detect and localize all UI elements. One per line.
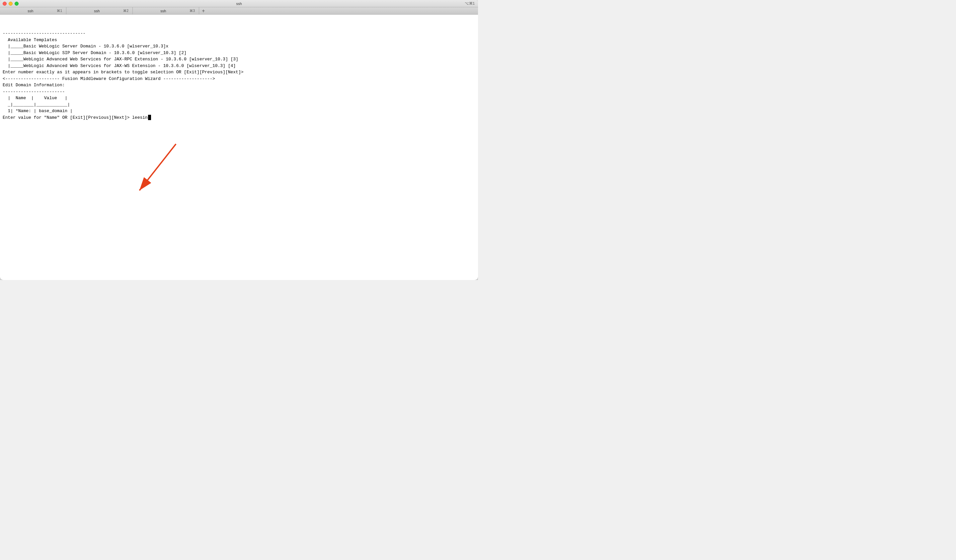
terminal-line: _|________|____________| <box>2 102 476 108</box>
terminal-content[interactable]: -------------------------------- Availab… <box>0 14 478 124</box>
terminal-line: |_____WebLogic Advanced Web Services for… <box>2 56 476 63</box>
titlebar-shortcut: ⌥⌘1 <box>465 2 475 6</box>
window-title: ssh <box>236 2 242 6</box>
minimize-button[interactable] <box>9 2 13 6</box>
terminal-line: Available Templates <box>2 37 476 44</box>
tab-2-shortcut: ⌘2 <box>123 9 129 13</box>
maximize-button[interactable] <box>14 2 19 6</box>
tab-1-shortcut: ⌘1 <box>57 9 62 13</box>
terminal-line: |_____Basic WebLogic SIP Server Domain -… <box>2 50 476 56</box>
terminal-cursor <box>148 115 151 120</box>
tab-1[interactable]: ssh ⌘1 <box>0 7 66 14</box>
tab-3[interactable]: ssh ⌘3 <box>133 7 199 14</box>
terminal-line: <--------------------- Fusion Middleware… <box>2 76 476 82</box>
add-tab-button[interactable]: + <box>199 7 208 14</box>
terminal-line: -------------------------------- <box>2 30 476 37</box>
terminal-line: |_____WebLogic Advanced Web Services for… <box>2 63 476 69</box>
tab-2[interactable]: ssh ⌘2 <box>66 7 133 14</box>
tab-3-shortcut: ⌘3 <box>190 9 195 13</box>
terminal-line: 1| *Name: | base_domain | <box>2 108 476 115</box>
terminal-line: |_____Basic WebLogic Server Domain - 10.… <box>2 43 476 50</box>
terminal-line: Enter value for "Name" OR [Exit][Previou… <box>2 115 476 121</box>
svg-line-1 <box>140 144 176 190</box>
terminal-window: ssh ⌥⌘1 ssh ⌘1 ssh ⌘2 ssh ⌘3 + ---------… <box>0 0 478 280</box>
terminal-line: ------------------------ <box>2 89 476 95</box>
tabbar: ssh ⌘1 ssh ⌘2 ssh ⌘3 + <box>0 7 478 14</box>
tab-2-label: ssh <box>71 9 123 13</box>
terminal-line: | Name | Value | <box>2 95 476 102</box>
terminal-wrapper: -------------------------------- Availab… <box>0 14 478 280</box>
terminal-line: Edit Domain Information: <box>2 82 476 89</box>
close-button[interactable] <box>3 2 7 6</box>
titlebar: ssh ⌥⌘1 <box>0 0 478 7</box>
traffic-lights <box>0 2 19 6</box>
terminal-line: Enter number exactly as it appears in br… <box>2 69 476 76</box>
tab-3-label: ssh <box>137 9 190 13</box>
tab-1-label: ssh <box>4 9 57 13</box>
